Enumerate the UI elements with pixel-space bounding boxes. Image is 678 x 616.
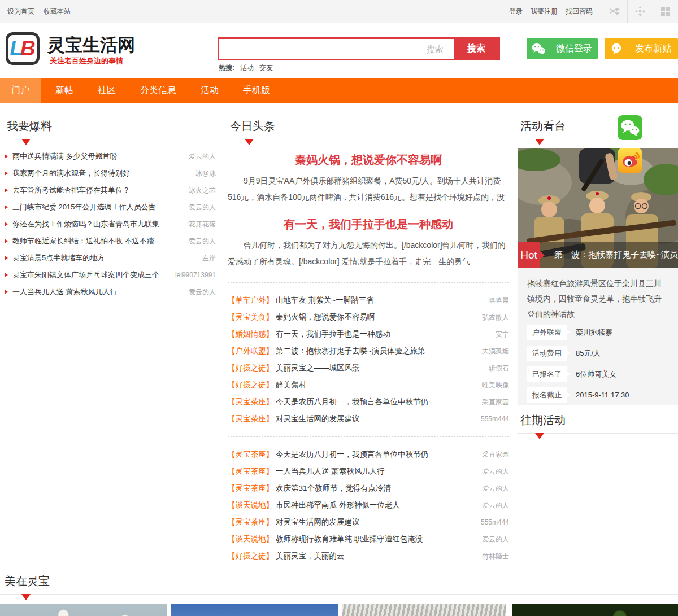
- post-author[interactable]: 爱云的人: [482, 467, 509, 477]
- post-title-link[interactable]: 雨中送兵情满满 多少父母翘首盼: [12, 151, 183, 161]
- wechat-bubbles-icon: [527, 41, 550, 56]
- category-tag[interactable]: 【灵宝茶座】: [228, 449, 273, 460]
- post-title-link[interactable]: 美丽灵宝之——城区风景: [276, 363, 483, 373]
- post-title-link[interactable]: 三门峡市纪委 2015年公开选调工作人员公告: [12, 202, 183, 212]
- nav-item-community[interactable]: 社区: [88, 78, 125, 103]
- post-title-link[interactable]: 今天是农历八月初一，我预言各单位中秋节仍: [276, 449, 476, 460]
- post-title-link[interactable]: 一人当兵几人送 萧索秋风几人行: [12, 287, 183, 297]
- wechat-share-icon[interactable]: [618, 115, 642, 140]
- set-home-link[interactable]: 设为首页: [7, 7, 34, 16]
- list-item: 三门峡市纪委 2015年公开选调工作人员公告爱云的人: [5, 199, 216, 216]
- post-title-link[interactable]: 醉美焦村: [276, 380, 476, 390]
- category-tag[interactable]: 【灵宝茶座】: [228, 517, 273, 527]
- recover-password-link[interactable]: 找回密码: [566, 7, 593, 16]
- category-tag[interactable]: 【谈天说地】: [228, 500, 273, 510]
- category-tag[interactable]: 【灵宝美食】: [228, 312, 273, 322]
- category-tag[interactable]: 【灵宝茶座】: [228, 414, 273, 424]
- post-title-link[interactable]: 对灵宝生活网的发展建议: [276, 517, 475, 527]
- main-nav: 门户 新帖 社区 分类信息 活动 手机版: [0, 78, 678, 103]
- activity-caption-link[interactable]: 第二波：抱犊寨打鬼子去喽~演员: [554, 250, 678, 260]
- move-button[interactable]: [627, 0, 653, 23]
- post-author[interactable]: 555m444: [481, 518, 509, 526]
- post-author[interactable]: 爱云的人: [189, 237, 216, 246]
- category-tag[interactable]: 【灵宝茶座】: [228, 483, 273, 493]
- post-author[interactable]: 左岸: [202, 254, 216, 263]
- search-scope-selector[interactable]: 搜索: [415, 39, 454, 59]
- post-title-link[interactable]: 一人当兵几人送 萧索秋风几人行: [276, 466, 476, 477]
- post-title-link[interactable]: 对灵宝生活网的发展建议: [276, 414, 475, 424]
- post-title-link[interactable]: 你还在为找工作烦恼吗？山东省青岛市九联集: [12, 219, 181, 229]
- post-author[interactable]: 弘农散人: [482, 313, 509, 322]
- register-link[interactable]: 我要注册: [531, 7, 558, 16]
- search-button[interactable]: 搜索: [454, 39, 498, 59]
- publish-post-button[interactable]: 发布新贴: [605, 38, 678, 59]
- category-tag[interactable]: 【灵宝茶座】: [228, 466, 273, 477]
- gallery-photo[interactable]: [171, 604, 338, 616]
- category-tag[interactable]: 【谈天说地】: [228, 534, 273, 544]
- post-author[interactable]: 采直家园: [482, 450, 509, 460]
- category-tag[interactable]: 【好摄之徒】: [228, 380, 273, 390]
- red-triangle-marker: [245, 139, 254, 145]
- category-tag[interactable]: 【好摄之徒】: [228, 363, 273, 373]
- category-tag[interactable]: 【婚姻情感】: [228, 329, 273, 339]
- post-author[interactable]: 爱云的人: [189, 152, 216, 161]
- post-author[interactable]: 安宁: [496, 330, 509, 339]
- nav-item-classifieds[interactable]: 分类信息: [131, 78, 186, 103]
- category-tag[interactable]: 【户外联盟】: [228, 346, 273, 356]
- wechat-login-button[interactable]: 微信登录: [527, 38, 598, 59]
- post-author[interactable]: 嘻嘻晨: [489, 296, 509, 305]
- post-author[interactable]: 爱云的人: [482, 484, 509, 493]
- hot-search-link[interactable]: 活动: [240, 63, 254, 73]
- post-title-link[interactable]: 欢庆第31个教师节，觉得有点冷清: [276, 483, 476, 493]
- post-title-link[interactable]: 教师称现行教育难单纯 职业操守遭红包淹没: [276, 534, 476, 544]
- category-tag[interactable]: 【单车户外】: [228, 295, 273, 305]
- post-author[interactable]: 爱云的人: [482, 535, 509, 544]
- hot-search-link[interactable]: 交友: [259, 63, 273, 73]
- post-title-link[interactable]: 秦妈火锅，想说爱你不容易啊: [276, 312, 476, 322]
- category-tag[interactable]: 【好摄之徒】: [228, 551, 273, 561]
- post-author[interactable]: 唯美映像: [482, 381, 509, 390]
- post-title-link[interactable]: 第二波：抱犊寨打鬼子去喽~演员体验之旅第: [276, 346, 476, 356]
- feature-headline-link[interactable]: 有一天，我们手拉手也是一种感动: [228, 217, 509, 231]
- post-author[interactable]: 555m444: [481, 415, 509, 423]
- post-title-link[interactable]: 灵宝市朱阳镇文体广场乒乓球案四个变成三个: [12, 270, 169, 280]
- gallery-photo[interactable]: [342, 604, 506, 616]
- post-title-link[interactable]: 教师节临近家长纠结：送礼怕不收 不送不踏: [12, 236, 183, 246]
- post-title-link[interactable]: 市民种出稀罕南瓜 外形神似一位老人: [276, 500, 476, 510]
- shuffle-button[interactable]: [602, 0, 627, 23]
- post-title-link[interactable]: 美丽灵宝，美丽的云: [276, 551, 476, 561]
- gallery-photo[interactable]: [512, 604, 678, 616]
- post-author[interactable]: 冰@冰: [195, 169, 216, 178]
- nav-item-activities[interactable]: 活动: [191, 78, 228, 103]
- activity-photo[interactable]: Hot 第二波：抱犊寨打鬼子去喽~演员: [518, 148, 678, 268]
- post-author[interactable]: 采直家园: [482, 397, 509, 407]
- nav-item-mobile[interactable]: 手机版: [233, 78, 280, 103]
- post-author[interactable]: 竹林隐士: [482, 552, 509, 561]
- grid-layout-button[interactable]: [653, 0, 678, 23]
- feature-headline-link[interactable]: 秦妈火锅，想说爱你不容易啊: [228, 152, 509, 167]
- post-title-link[interactable]: 去车管所考试能否把车停在其单位？: [12, 185, 183, 195]
- post-author[interactable]: 斩假石: [489, 364, 509, 373]
- post-author[interactable]: 爱云的人: [189, 203, 216, 212]
- post-author[interactable]: 爱云的人: [189, 287, 216, 297]
- post-author[interactable]: 冰火之芯: [189, 186, 216, 195]
- post-author[interactable]: 大漠孤烟: [482, 347, 509, 356]
- post-title-link[interactable]: 我家两个月的滴水观音，长得特别好: [12, 168, 190, 178]
- bookmark-link[interactable]: 收藏本站: [44, 7, 71, 16]
- list-item: 灵宝清晨5点半就堵车的地方左岸: [5, 250, 216, 267]
- gallery-photo[interactable]: [0, 604, 167, 616]
- post-author[interactable]: lei990713991: [175, 271, 216, 279]
- nav-item-new-posts[interactable]: 新帖: [46, 78, 83, 103]
- post-title-link[interactable]: 有一天，我们手拉手也是一种感动: [276, 329, 490, 339]
- post-title-link[interactable]: 山地车友 荆紫关~一脚踏三省: [276, 295, 483, 305]
- post-author[interactable]: 爱云的人: [482, 501, 509, 510]
- login-link[interactable]: 登录: [509, 7, 523, 16]
- category-tag[interactable]: 【灵宝茶座】: [228, 397, 273, 407]
- weibo-share-icon[interactable]: [618, 148, 642, 173]
- post-title-link[interactable]: 今天是农历八月初一，我预言各单位中秋节仍: [276, 397, 476, 407]
- search-input[interactable]: [219, 39, 415, 59]
- post-author[interactable]: :花开花落: [187, 220, 216, 229]
- nav-item-portal[interactable]: 门户: [0, 78, 41, 103]
- site-logo[interactable]: LB: [6, 32, 40, 65]
- post-title-link[interactable]: 灵宝清晨5点半就堵车的地方: [12, 253, 197, 263]
